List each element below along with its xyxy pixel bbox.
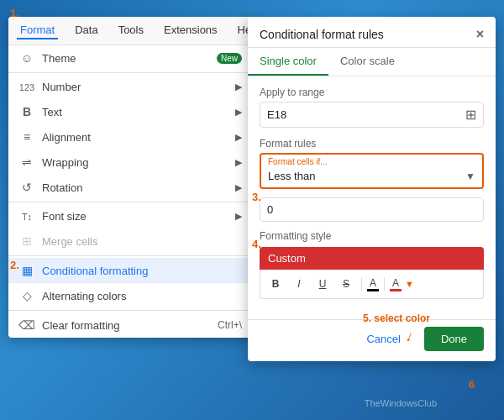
range-input[interactable] (267, 108, 465, 121)
number-arrow-icon: ▶ (235, 81, 242, 92)
cfr-panel: Conditional format rules × Single color … (248, 17, 496, 361)
condition-dropdown-wrapper: Format cells if... Less than Less than o… (260, 153, 484, 189)
fill-color-A-icon: A (392, 277, 399, 289)
tab-single-color[interactable]: Single color (248, 48, 328, 76)
font-size-label: Font size (42, 210, 235, 223)
alignment-icon: ≡ (18, 130, 35, 144)
step-6-label: 6 (469, 378, 475, 391)
toolbar-separator-2 (384, 277, 385, 291)
watermark-text: TheWindowsClub (365, 398, 437, 408)
cfr-footer: Cancel Done (248, 319, 496, 361)
rotation-icon: ↺ (18, 181, 35, 194)
theme-badge: New (217, 53, 242, 64)
cfr-header: Conditional format rules × (248, 17, 496, 48)
menu-item-conditional-formatting[interactable]: ▦ Conditional formatting (8, 258, 252, 283)
clear-formatting-shortcut: Ctrl+\ (218, 319, 242, 331)
format-cells-if-label: Format cells if... (261, 155, 482, 166)
condition-chevron-icon: ▼ (465, 171, 475, 182)
format-toolbar: B I U S A A ▼ (260, 270, 484, 299)
text-color-bar (367, 289, 379, 291)
menu-item-clear-formatting[interactable]: ⌫ Clear formatting Ctrl+\ (8, 312, 252, 338)
cfr-title: Conditional format rules (260, 28, 384, 41)
format-menu: Format Data Tools Extensions Help Las...… (8, 17, 252, 338)
menu-extensions[interactable]: Extensions (160, 22, 221, 39)
merge-cells-icon: ⊞ (18, 234, 35, 248)
wrapping-arrow-icon: ▶ (235, 157, 242, 168)
step-3-label: 3. (252, 191, 261, 203)
strikethrough-button[interactable]: S (336, 274, 356, 294)
text-arrow-icon: ▶ (235, 107, 242, 118)
font-size-icon: T↕ (18, 212, 35, 222)
text-color-button[interactable]: A (367, 277, 379, 291)
menu-item-wrapping[interactable]: ⇌ Wrapping ▶ (8, 150, 252, 175)
tab-color-scale[interactable]: Color scale (328, 48, 407, 76)
number-icon: 123 (18, 82, 35, 92)
bold-button[interactable]: B (265, 274, 286, 294)
menu-item-text[interactable]: B Text ▶ (8, 99, 252, 124)
toolbar-separator-1 (361, 277, 362, 291)
divider-1 (8, 72, 252, 73)
conditional-formatting-label: Conditional formatting (42, 265, 242, 277)
menu-data[interactable]: Data (71, 22, 101, 39)
step-2-label: 2. (10, 259, 19, 271)
text-bold-icon: B (18, 105, 35, 118)
step-5-label: 5. select color (363, 312, 430, 324)
wrapping-icon: ⇌ (18, 155, 35, 169)
cfr-close-button[interactable]: × (476, 27, 484, 42)
font-size-arrow-icon: ▶ (235, 211, 242, 222)
menu-item-number[interactable]: 123 Number ▶ (8, 75, 252, 99)
condition-value-input[interactable] (260, 197, 484, 222)
menu-format[interactable]: Format (17, 22, 58, 39)
alignment-label: Alignment (42, 131, 235, 144)
cfr-tabs: Single color Color scale (248, 48, 496, 76)
text-color-A-icon: A (370, 277, 376, 289)
clear-formatting-icon: ⌫ (18, 318, 35, 332)
range-input-wrapper: ⊞ (260, 102, 484, 128)
rotation-label: Rotation (42, 181, 235, 194)
divider-4 (8, 310, 252, 311)
menu-item-alternating-colors[interactable]: ◇ Alternating colors (8, 283, 252, 308)
step-4-label: 4. (252, 238, 261, 250)
fill-color-bar (390, 289, 402, 291)
divider-3 (8, 255, 252, 256)
italic-button[interactable]: I (289, 274, 309, 294)
number-label: Number (42, 81, 235, 93)
fill-color-button[interactable]: A (390, 277, 402, 291)
theme-label: Theme (42, 52, 212, 65)
condition-dropdown[interactable]: Less than Less than or equal to Greater … (261, 166, 482, 187)
menu-header: Format Data Tools Extensions Help Las... (8, 17, 252, 45)
custom-style-bar: Custom (260, 247, 484, 270)
menu-item-merge-cells[interactable]: ⊞ Merge cells (8, 228, 252, 254)
done-button[interactable]: Done (424, 327, 484, 351)
cfr-body: Apply to range ⊞ Format rules Format cel… (248, 76, 496, 319)
clear-formatting-label: Clear formatting (42, 319, 218, 332)
theme-icon: ☺ (18, 51, 35, 65)
menu-item-theme[interactable]: ☺ Theme New (8, 45, 252, 71)
grid-icon: ⊞ (465, 107, 476, 123)
menu-item-alignment[interactable]: ≡ Alignment ▶ (8, 124, 252, 150)
format-rules-label: Format rules (260, 138, 484, 150)
apply-to-range-label: Apply to range (260, 87, 484, 98)
condition-select[interactable]: Less than Less than or equal to Greater … (268, 170, 465, 182)
menu-item-rotation[interactable]: ↺ Rotation ▶ (8, 175, 252, 200)
menu-item-font-size[interactable]: T↕ Font size ▶ (8, 204, 252, 228)
fill-color-arrow-icon[interactable]: ▼ (405, 279, 414, 289)
formatting-style-label: Formatting style (260, 230, 484, 242)
rotation-arrow-icon: ▶ (235, 182, 242, 193)
step-1-label: 1. (10, 7, 19, 19)
text-label: Text (42, 106, 235, 118)
divider-2 (8, 202, 252, 202)
alignment-arrow-icon: ▶ (235, 132, 242, 143)
wrapping-label: Wrapping (42, 156, 235, 169)
alternating-colors-icon: ◇ (18, 289, 35, 302)
merge-cells-label: Merge cells (42, 235, 242, 248)
alternating-colors-label: Alternating colors (42, 290, 242, 302)
conditional-formatting-icon: ▦ (18, 264, 35, 277)
underline-button[interactable]: U (312, 274, 333, 294)
menu-tools[interactable]: Tools (115, 22, 147, 39)
